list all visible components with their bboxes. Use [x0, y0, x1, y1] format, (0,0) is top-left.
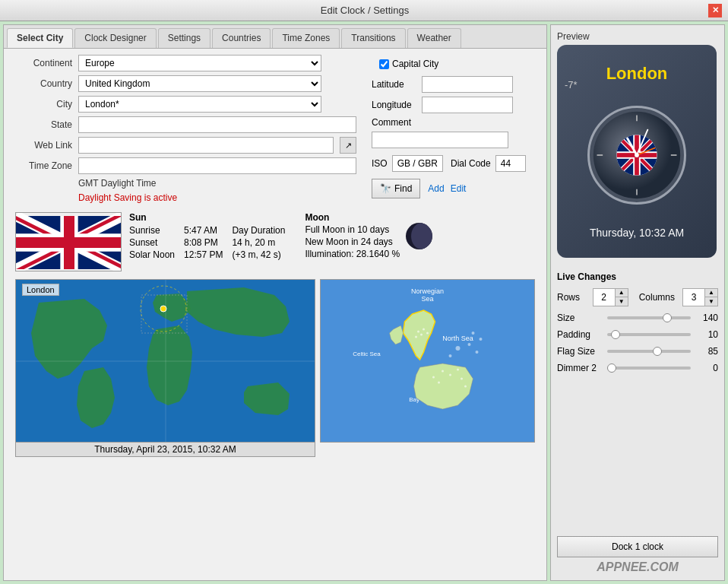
rows-spinner: 2 ▲ ▼ [593, 288, 628, 306]
dial-code-label: Dial Code [451, 158, 491, 169]
find-row: 🔭 Find Add Edit [372, 179, 539, 198]
tab-select-city[interactable]: Select City [7, 28, 73, 48]
find-button[interactable]: 🔭 Find [372, 179, 420, 198]
size-row: Size 140 [557, 313, 718, 323]
columns-up-button[interactable]: ▲ [705, 289, 717, 297]
svg-point-19 [420, 334, 423, 336]
region-map-svg: Norwegian Sea Celtic Sea Bay of Biscay N… [321, 280, 534, 443]
svg-point-22 [426, 332, 429, 335]
flag-container [15, 212, 122, 271]
state-input[interactable] [78, 116, 356, 133]
svg-text:Celtic Sea: Celtic Sea [353, 351, 381, 357]
add-edit-group: Add Edit [428, 183, 466, 194]
daylight-text: Daylight Saving is active [78, 192, 356, 203]
tab-transitions[interactable]: Transitions [341, 28, 405, 48]
svg-point-16 [472, 332, 475, 335]
live-changes-title: Live Changes [557, 271, 718, 282]
svg-point-26 [461, 378, 463, 380]
external-link-button[interactable]: ↗ [340, 137, 356, 154]
timezone-input[interactable]: (UTC) Dublin, Edinburgh, Lisbon, London [78, 157, 356, 174]
latitude-input[interactable]: 51° 28' North [422, 76, 513, 93]
tab-countries[interactable]: Countries [212, 28, 271, 48]
edit-button[interactable]: Edit [451, 183, 467, 194]
day-duration-value: 14 h, 20 m [227, 236, 290, 249]
continent-select[interactable]: Europe [78, 55, 321, 71]
timezone-row: Time Zone (UTC) Dublin, Edinburgh, Lisbo… [11, 157, 356, 174]
clock-offset: -7* [565, 79, 578, 90]
capital-city-row: Capital City [379, 59, 539, 69]
main-container: Select City Clock Designer Settings Coun… [0, 21, 728, 584]
clock-preview: London -7* [557, 45, 717, 258]
clock-face [587, 106, 686, 205]
continent-row: Continent Europe [11, 55, 356, 71]
svg-point-20 [415, 336, 417, 338]
dimmer-slider[interactable] [607, 367, 691, 370]
tab-time-zones[interactable]: Time Zones [272, 28, 340, 48]
city-select[interactable]: London* [78, 96, 321, 113]
svg-text:Norwegian: Norwegian [411, 287, 444, 295]
solar-noon-value: 12:57 PM [179, 249, 227, 261]
svg-point-18 [417, 331, 419, 333]
moon-icon [406, 223, 432, 249]
svg-point-13 [468, 343, 471, 346]
uk-flag [16, 213, 122, 271]
city-row: City London* [11, 96, 356, 113]
rows-cols-row: Rows 2 ▲ ▼ Columns 3 ▲ ▼ [557, 288, 718, 306]
live-changes-section: Live Changes Rows 2 ▲ ▼ Columns 3 ▲ ▼ [557, 271, 718, 379]
svg-point-28 [432, 376, 435, 379]
preview-section: Preview London -7* [557, 31, 718, 258]
dimmer-label: Dimmer 2 [557, 363, 603, 373]
svg-point-49 [635, 153, 639, 157]
iso-row: ISO GB / GBR Dial Code 44 [372, 155, 539, 172]
iso-label: ISO [372, 158, 388, 169]
web-link-input[interactable] [78, 137, 334, 154]
padding-slider[interactable] [607, 333, 691, 336]
size-label: Size [557, 313, 603, 323]
size-thumb [663, 313, 672, 322]
country-select[interactable]: United Kingdom [78, 75, 321, 92]
padding-thumb [611, 330, 620, 339]
flag-size-thumb [653, 347, 662, 356]
dock-clock-button[interactable]: Dock 1 clock [557, 536, 718, 557]
world-map-label: London [22, 284, 59, 296]
watermark: APPNEE.COM [557, 560, 718, 574]
solar-noon-row: Solar Noon 12:57 PM (+3 m, 42 s) [129, 249, 290, 261]
day-duration-label: Day Duration [227, 224, 290, 236]
rows-value: 2 [593, 289, 615, 306]
svg-point-21 [423, 328, 425, 331]
sunrise-value: 5:47 AM [179, 224, 227, 236]
flag-size-row: Flag Size 85 [557, 346, 718, 357]
web-link-row: Web Link ↗ [11, 137, 356, 154]
longitude-input[interactable]: 0° 18' East [422, 97, 513, 113]
flag-size-slider[interactable] [607, 350, 691, 353]
dial-code-value: 44 [495, 155, 526, 172]
dimmer-thumb [607, 363, 616, 373]
capital-city-checkbox[interactable] [379, 59, 389, 69]
continent-label: Continent [11, 58, 72, 68]
tab-settings[interactable]: Settings [158, 28, 210, 48]
sun-moon-section: Sun Sunrise 5:47 AM Day Duration Sunset … [4, 208, 546, 276]
tab-clock-designer[interactable]: Clock Designer [74, 28, 156, 48]
rows-up-button[interactable]: ▲ [616, 289, 628, 297]
full-moon: Full Moon in 10 days [305, 224, 400, 235]
clock-svg [590, 106, 684, 205]
map-section: London Thursday, April 23, 2015, 10:32 A… [4, 276, 546, 460]
world-map-svg [16, 280, 315, 443]
columns-down-button[interactable]: ▼ [705, 297, 717, 306]
comment-input[interactable] [372, 132, 508, 148]
world-map: London [15, 279, 315, 443]
rows-down-button[interactable]: ▼ [616, 297, 628, 306]
close-button[interactable]: ✕ [708, 4, 722, 17]
dimmer-row: Dimmer 2 0 [557, 363, 718, 373]
window-title: Edit Clock / Settings [21, 5, 708, 16]
add-button[interactable]: Add [428, 183, 444, 194]
svg-point-3 [160, 306, 166, 312]
illumination: Illumination: 28.1640 % [305, 249, 400, 259]
svg-point-17 [480, 338, 483, 341]
capital-city-label: Capital City [392, 59, 438, 69]
size-slider[interactable] [607, 316, 691, 319]
sun-title: Sun [129, 212, 290, 223]
gmt-text: GMT Daylight Time [78, 178, 356, 189]
svg-point-15 [449, 354, 452, 357]
tab-weather[interactable]: Weather [407, 28, 461, 48]
